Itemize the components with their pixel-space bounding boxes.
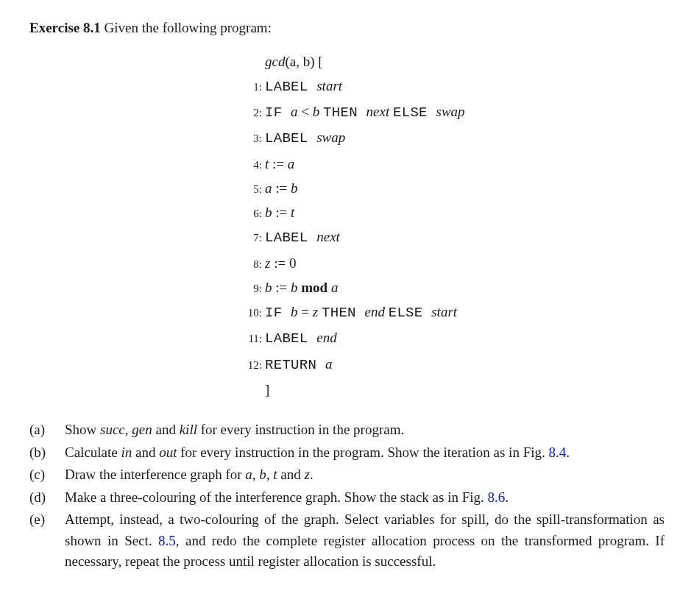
line-number: 6: bbox=[243, 204, 262, 223]
instruction: LABEL swap bbox=[265, 125, 345, 151]
question-label: (e) bbox=[29, 509, 65, 573]
instruction: a := b bbox=[265, 176, 298, 200]
question-text: Calculate in and out for every instructi… bbox=[65, 442, 665, 464]
question-text: Attempt, instead, a two-colouring of the… bbox=[65, 509, 665, 573]
exercise-label: Exercise 8.1 bbox=[29, 20, 101, 35]
line-number: 7: bbox=[243, 228, 262, 247]
code-line: 2:IF a < b THEN next ELSE swap bbox=[243, 99, 665, 125]
instruction: LABEL end bbox=[265, 325, 337, 351]
question-text: Make a three-colouring of the interferen… bbox=[65, 487, 665, 509]
code-line: 6:b := t bbox=[243, 200, 665, 224]
question-item: (c)Draw the interference graph for a, b,… bbox=[29, 464, 665, 486]
code-line: 9:b := b mod a bbox=[243, 275, 665, 300]
instruction: LABEL start bbox=[265, 74, 342, 99]
code-line: 12:RETURN a bbox=[243, 352, 665, 378]
question-label: (d) bbox=[29, 487, 65, 509]
code-footer: ] bbox=[243, 378, 665, 402]
question-label: (b) bbox=[29, 442, 65, 464]
line-number: 1: bbox=[243, 77, 262, 96]
exercise-intro: Exercise 8.1 Given the following program… bbox=[29, 18, 665, 39]
code-header: gcd(a, b) [ bbox=[243, 49, 665, 74]
question-item: (d)Make a three-colouring of the interfe… bbox=[29, 487, 665, 509]
code-line: 4:t := a bbox=[243, 152, 665, 176]
code-line: 7:LABEL next bbox=[243, 224, 665, 250]
code-line: 3:LABEL swap bbox=[243, 125, 665, 151]
instruction: RETURN a bbox=[265, 352, 332, 378]
instruction: IF a < b THEN next ELSE swap bbox=[265, 99, 465, 125]
line-number: 4: bbox=[243, 155, 262, 174]
code-line: 1:LABEL start bbox=[243, 74, 665, 99]
instruction: b := t bbox=[265, 200, 294, 224]
line-number: 9: bbox=[243, 279, 262, 298]
question-text: Draw the interference graph for a, b, t … bbox=[65, 464, 665, 486]
question-item: (e)Attempt, instead, a two-colouring of … bbox=[29, 509, 665, 573]
line-number: 11: bbox=[243, 329, 262, 348]
instruction: IF b = z THEN end ELSE start bbox=[265, 300, 457, 325]
question-label: (a) bbox=[29, 419, 65, 441]
line-number: 3: bbox=[243, 129, 262, 148]
question-item: (a)Show succ, gen and kill for every ins… bbox=[29, 419, 665, 441]
question-list: (a)Show succ, gen and kill for every ins… bbox=[29, 419, 665, 573]
line-number: 5: bbox=[243, 180, 262, 199]
line-number: 2: bbox=[243, 103, 262, 122]
code-line: 11:LABEL end bbox=[243, 325, 665, 351]
question-label: (c) bbox=[29, 464, 65, 486]
instruction: LABEL next bbox=[265, 224, 340, 250]
code-line: 8:z := 0 bbox=[243, 251, 665, 275]
figure-link[interactable]: 8.4 bbox=[548, 445, 566, 460]
instruction: t := a bbox=[265, 152, 294, 176]
code-line: 5:a := b bbox=[243, 176, 665, 200]
code-line: 10:IF b = z THEN end ELSE start bbox=[243, 300, 665, 325]
line-number: 12: bbox=[243, 355, 262, 375]
program-listing: gcd(a, b) [ 1:LABEL start2:IF a < b THEN… bbox=[243, 49, 665, 403]
instruction: b := b mod a bbox=[265, 275, 338, 300]
exercise-lead: Given the following program: bbox=[101, 20, 272, 35]
line-number: 8: bbox=[243, 255, 262, 274]
question-item: (b)Calculate in and out for every instru… bbox=[29, 442, 665, 464]
figure-link[interactable]: 8.5 bbox=[158, 533, 176, 548]
figure-link[interactable]: 8.6 bbox=[488, 489, 506, 505]
instruction: z := 0 bbox=[265, 251, 296, 275]
question-text: Show succ, gen and kill for every instru… bbox=[65, 419, 665, 441]
line-number: 10: bbox=[243, 303, 262, 322]
